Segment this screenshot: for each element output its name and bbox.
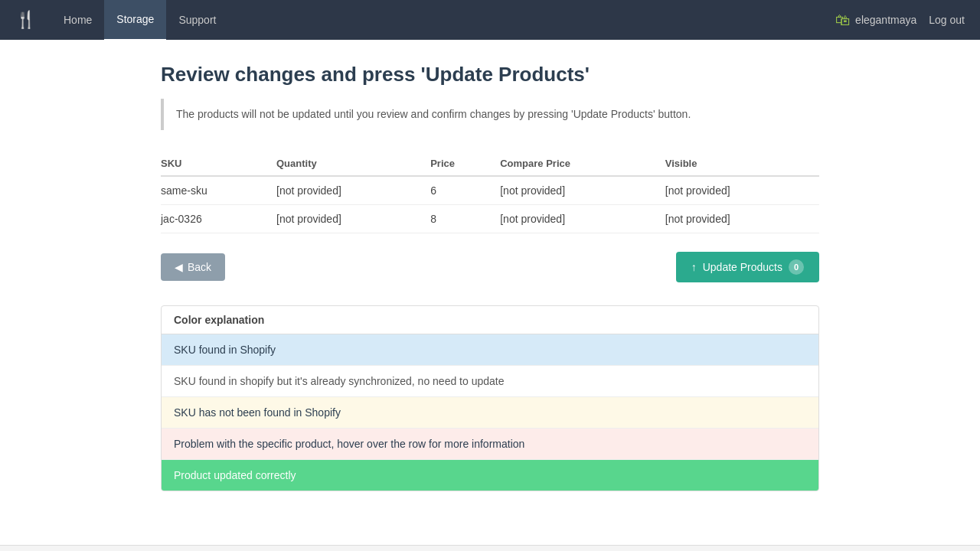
cell-visible: [not provided] [665,176,819,205]
back-icon: ◀ [175,261,183,273]
nav-home[interactable]: Home [51,0,104,40]
nav-user: 🛍 elegantmaya [835,11,916,29]
notice-text: The products will not be updated until y… [161,99,819,130]
app-logo-icon: 🍴 [15,10,36,30]
update-icon: ↑ [691,261,697,273]
table-row: jac-0326[not provided]8[not provided][no… [161,205,819,233]
cell-price: 8 [430,205,500,233]
main-content: Review changes and press 'Update Product… [145,40,835,545]
update-badge: 0 [789,259,804,275]
color-explanation-row: SKU found in shopify but it's already sy… [162,366,818,397]
nav-support[interactable]: Support [166,0,228,40]
button-row: ◀ Back ↑ Update Products 0 [161,252,819,282]
col-quantity: Quantity [276,152,430,176]
color-explanation-title: Color explanation [162,306,818,334]
table-row: same-sku[not provided]6[not provided][no… [161,176,819,205]
page-title: Review changes and press 'Update Product… [161,63,819,86]
cell-compare_price: [not provided] [500,205,665,233]
color-explanation-row: SKU has not been found in Shopify [162,397,818,429]
products-table: SKU Quantity Price Compare Price Visible… [161,152,819,233]
col-compare-price: Compare Price [500,152,665,176]
color-explanation-row: SKU found in Shopify [162,334,818,366]
col-visible: Visible [665,152,819,176]
cell-quantity: [not provided] [276,205,430,233]
col-price: Price [430,152,500,176]
navbar: 🍴 Home Storage Support 🛍 elegantmaya Log… [0,0,980,40]
update-label: Update Products [703,261,782,273]
shopify-icon: 🛍 [835,11,851,29]
cell-sku: same-sku [161,176,276,205]
username-label: elegantmaya [855,14,916,26]
update-products-button[interactable]: ↑ Update Products 0 [676,252,819,282]
color-explanation-row: Product updated correctly [162,460,818,491]
logout-button[interactable]: Log out [929,14,965,26]
nav-storage[interactable]: Storage [104,0,166,41]
cell-sku: jac-0326 [161,205,276,233]
back-label: Back [188,261,211,273]
cell-visible: [not provided] [665,205,819,233]
nav-right: 🛍 elegantmaya Log out [835,11,965,29]
nav-links: Home Storage Support [51,0,835,41]
footer: Created by menelabs, 2014 All Rights Res… [0,545,980,551]
cell-compare_price: [not provided] [500,176,665,205]
back-button[interactable]: ◀ Back [161,253,225,281]
cell-price: 6 [430,176,500,205]
cell-quantity: [not provided] [276,176,430,205]
color-explanation: Color explanation SKU found in ShopifySK… [161,305,819,491]
color-explanation-row: Problem with the specific product, hover… [162,429,818,460]
col-sku: SKU [161,152,276,176]
